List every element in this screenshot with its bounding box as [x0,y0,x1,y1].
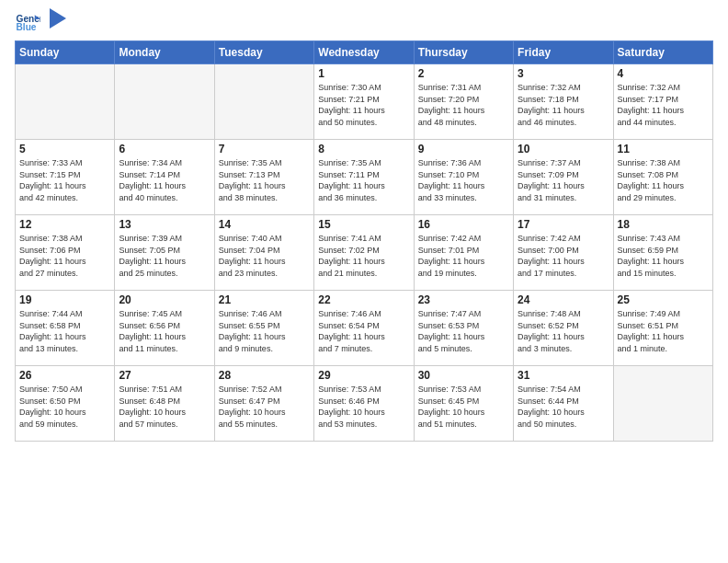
day-info: Sunrise: 7:33 AM Sunset: 7:15 PM Dayligh… [19,157,110,203]
day-number: 23 [418,293,509,306]
day-info: Sunrise: 7:36 AM Sunset: 7:10 PM Dayligh… [418,157,509,203]
logo-arrow-icon [50,8,66,29]
day-number: 29 [318,369,409,382]
day-cell [214,64,313,140]
day-cell: 18Sunrise: 7:43 AM Sunset: 6:59 PM Dayli… [613,215,712,291]
day-number: 20 [119,293,210,306]
day-info: Sunrise: 7:44 AM Sunset: 6:58 PM Dayligh… [19,308,110,354]
day-cell: 29Sunrise: 7:53 AM Sunset: 6:46 PM Dayli… [314,366,414,442]
day-number: 24 [518,293,609,306]
day-cell: 17Sunrise: 7:42 AM Sunset: 7:00 PM Dayli… [514,215,613,291]
day-info: Sunrise: 7:35 AM Sunset: 7:11 PM Dayligh… [318,157,409,203]
day-info: Sunrise: 7:32 AM Sunset: 7:18 PM Dayligh… [518,82,609,128]
day-info: Sunrise: 7:42 AM Sunset: 7:01 PM Dayligh… [418,233,509,279]
day-info: Sunrise: 7:39 AM Sunset: 7:05 PM Dayligh… [119,233,210,279]
day-info: Sunrise: 7:30 AM Sunset: 7:21 PM Dayligh… [318,82,409,128]
week-row-4: 26Sunrise: 7:50 AM Sunset: 6:50 PM Dayli… [16,366,713,442]
svg-marker-3 [50,8,66,29]
col-header-tuesday: Tuesday [214,41,313,64]
day-number: 18 [618,218,709,231]
day-cell: 7Sunrise: 7:35 AM Sunset: 7:13 PM Daylig… [214,140,313,215]
day-cell [16,64,115,140]
col-header-monday: Monday [115,41,214,64]
day-cell: 21Sunrise: 7:46 AM Sunset: 6:55 PM Dayli… [214,291,313,366]
col-header-friday: Friday [514,41,613,64]
col-header-saturday: Saturday [613,41,712,64]
day-cell: 19Sunrise: 7:44 AM Sunset: 6:58 PM Dayli… [16,291,115,366]
col-header-thursday: Thursday [414,41,513,64]
day-cell: 4Sunrise: 7:32 AM Sunset: 7:17 PM Daylig… [613,64,712,140]
day-cell: 26Sunrise: 7:50 AM Sunset: 6:50 PM Dayli… [16,366,115,442]
day-number: 25 [618,293,709,306]
day-cell: 13Sunrise: 7:39 AM Sunset: 7:05 PM Dayli… [115,215,214,291]
day-cell: 15Sunrise: 7:41 AM Sunset: 7:02 PM Dayli… [314,215,414,291]
day-number: 7 [219,143,310,155]
day-info: Sunrise: 7:51 AM Sunset: 6:48 PM Dayligh… [119,384,210,430]
day-cell [115,64,214,140]
day-number: 15 [318,218,409,231]
day-cell: 27Sunrise: 7:51 AM Sunset: 6:48 PM Dayli… [115,366,214,442]
day-cell: 10Sunrise: 7:37 AM Sunset: 7:09 PM Dayli… [514,140,613,215]
day-cell: 24Sunrise: 7:48 AM Sunset: 6:52 PM Dayli… [514,291,613,366]
day-number: 13 [119,218,210,231]
day-number: 16 [418,218,509,231]
day-info: Sunrise: 7:46 AM Sunset: 6:55 PM Dayligh… [219,308,310,354]
day-cell: 31Sunrise: 7:54 AM Sunset: 6:44 PM Dayli… [514,366,613,442]
day-number: 31 [518,369,609,382]
day-info: Sunrise: 7:49 AM Sunset: 6:51 PM Dayligh… [618,308,709,354]
day-cell: 6Sunrise: 7:34 AM Sunset: 7:14 PM Daylig… [115,140,214,215]
day-number: 2 [418,67,509,80]
day-cell: 14Sunrise: 7:40 AM Sunset: 7:04 PM Dayli… [214,215,313,291]
day-cell: 2Sunrise: 7:31 AM Sunset: 7:20 PM Daylig… [414,64,513,140]
day-cell [613,366,712,442]
day-number: 6 [119,143,210,155]
day-info: Sunrise: 7:43 AM Sunset: 6:59 PM Dayligh… [618,233,709,279]
day-info: Sunrise: 7:34 AM Sunset: 7:14 PM Dayligh… [119,157,210,203]
day-info: Sunrise: 7:54 AM Sunset: 6:44 PM Dayligh… [518,384,609,430]
day-info: Sunrise: 7:53 AM Sunset: 6:45 PM Dayligh… [418,384,509,430]
day-number: 5 [19,143,110,155]
day-info: Sunrise: 7:48 AM Sunset: 6:52 PM Dayligh… [518,308,609,354]
logo-icon: General Blue [15,9,40,35]
day-cell: 5Sunrise: 7:33 AM Sunset: 7:15 PM Daylig… [16,140,115,215]
day-info: Sunrise: 7:38 AM Sunset: 7:06 PM Dayligh… [19,233,110,279]
day-cell: 28Sunrise: 7:52 AM Sunset: 6:47 PM Dayli… [214,366,313,442]
day-cell: 12Sunrise: 7:38 AM Sunset: 7:06 PM Dayli… [16,215,115,291]
day-cell: 8Sunrise: 7:35 AM Sunset: 7:11 PM Daylig… [314,140,414,215]
day-cell: 22Sunrise: 7:46 AM Sunset: 6:54 PM Dayli… [314,291,414,366]
day-number: 22 [318,293,409,306]
day-info: Sunrise: 7:41 AM Sunset: 7:02 PM Dayligh… [318,233,409,279]
day-info: Sunrise: 7:42 AM Sunset: 7:00 PM Dayligh… [518,233,609,279]
day-number: 11 [618,143,709,155]
day-number: 8 [318,143,409,155]
week-row-0: 1Sunrise: 7:30 AM Sunset: 7:21 PM Daylig… [16,64,713,140]
day-cell: 30Sunrise: 7:53 AM Sunset: 6:45 PM Dayli… [414,366,513,442]
week-row-2: 12Sunrise: 7:38 AM Sunset: 7:06 PM Dayli… [16,215,713,291]
day-number: 1 [318,67,409,80]
day-number: 10 [518,143,609,155]
day-info: Sunrise: 7:46 AM Sunset: 6:54 PM Dayligh… [318,308,409,354]
day-info: Sunrise: 7:31 AM Sunset: 7:20 PM Dayligh… [418,82,509,128]
col-header-sunday: Sunday [16,41,115,64]
day-info: Sunrise: 7:50 AM Sunset: 6:50 PM Dayligh… [19,384,110,430]
day-cell: 11Sunrise: 7:38 AM Sunset: 7:08 PM Dayli… [613,140,712,215]
day-info: Sunrise: 7:32 AM Sunset: 7:17 PM Dayligh… [618,82,709,128]
header-row: SundayMondayTuesdayWednesdayThursdayFrid… [16,41,713,64]
col-header-wednesday: Wednesday [314,41,414,64]
day-number: 14 [219,218,310,231]
day-info: Sunrise: 7:45 AM Sunset: 6:56 PM Dayligh… [119,308,210,354]
day-number: 12 [19,218,110,231]
day-number: 26 [19,369,110,382]
day-info: Sunrise: 7:53 AM Sunset: 6:46 PM Dayligh… [318,384,409,430]
day-number: 19 [19,293,110,306]
week-row-1: 5Sunrise: 7:33 AM Sunset: 7:15 PM Daylig… [16,140,713,215]
day-number: 27 [119,369,210,382]
day-number: 28 [219,369,310,382]
day-info: Sunrise: 7:40 AM Sunset: 7:04 PM Dayligh… [219,233,310,279]
week-row-3: 19Sunrise: 7:44 AM Sunset: 6:58 PM Dayli… [16,291,713,366]
logo: General Blue [15,9,66,35]
day-cell: 9Sunrise: 7:36 AM Sunset: 7:10 PM Daylig… [414,140,513,215]
day-cell: 20Sunrise: 7:45 AM Sunset: 6:56 PM Dayli… [115,291,214,366]
day-number: 3 [518,67,609,80]
day-cell: 16Sunrise: 7:42 AM Sunset: 7:01 PM Dayli… [414,215,513,291]
